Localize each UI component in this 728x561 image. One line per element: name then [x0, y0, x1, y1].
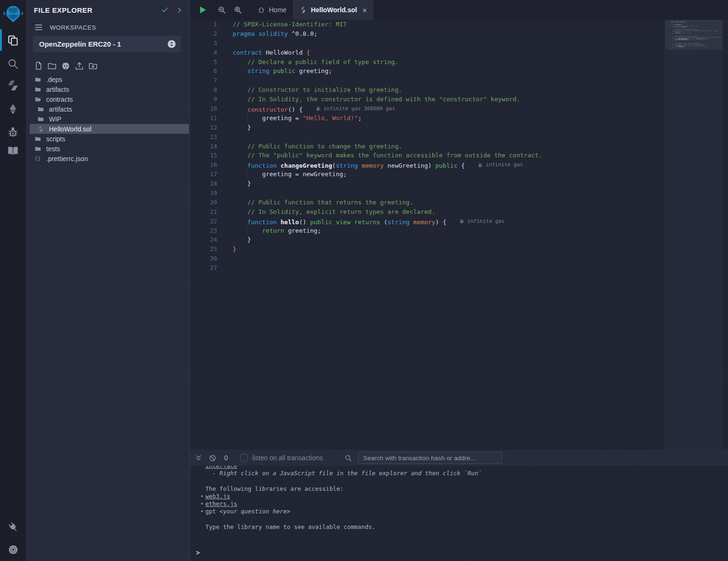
tree-item--deps[interactable]: .deps	[26, 74, 189, 84]
line-number: 5	[190, 57, 217, 67]
clear-console-icon[interactable]	[209, 454, 217, 462]
rail-item-settings[interactable]	[0, 544, 26, 556]
upload-file-icon[interactable]	[74, 61, 84, 71]
rail-item-learn[interactable]	[0, 144, 26, 157]
code-text: string public greeting;	[233, 66, 332, 76]
tree-item-scripts[interactable]: scripts	[26, 134, 189, 144]
terminal-prompt[interactable]: >	[196, 549, 200, 556]
code-editor[interactable]: 1// SPDX-License-Identifier: MIT2pragma …	[190, 20, 728, 450]
workspace-select[interactable]: OpenZeppelin ERC20 - 1	[33, 36, 181, 52]
tree-item-wip[interactable]: WIP	[26, 114, 189, 124]
folder-icon	[37, 115, 44, 122]
line-number: 8	[190, 85, 217, 95]
rail-item-plugin-manager[interactable]	[0, 521, 26, 533]
code-line[interactable]: 6 string public greeting;	[190, 66, 665, 76]
rail-item-remix-logo[interactable]	[0, 4, 26, 24]
code-text: // SPDX-License-Identifier: MIT	[233, 20, 347, 29]
code-line[interactable]: 21 // In Solidity, explicit return types…	[190, 207, 665, 217]
terminal-line: Type the library name to see available c…	[205, 523, 728, 531]
folder-icon	[34, 76, 41, 83]
listen-transactions-checkbox[interactable]	[240, 454, 248, 462]
code-line[interactable]: 9 // In Solidity, the constructor is def…	[190, 95, 665, 104]
code-line[interactable]: 8 // Constructor to initialize the greet…	[190, 85, 665, 95]
tree-item--prettierrc-json[interactable]: {}.prettierrc.json	[26, 154, 189, 163]
code-line[interactable]: 18 }	[190, 179, 665, 188]
hamburger-menu-icon[interactable]	[34, 23, 43, 32]
tab-home[interactable]: Home	[251, 0, 293, 20]
code-line[interactable]: 19	[190, 188, 665, 198]
new-folder-icon[interactable]	[47, 61, 57, 71]
code-line[interactable]: 13	[190, 132, 665, 142]
tree-item-tests[interactable]: tests	[26, 144, 189, 154]
terminal-output: interface - Right click on a JavaScript …	[190, 466, 728, 561]
terminal-line: •web3.js	[205, 493, 728, 500]
terminal-line: interface	[205, 466, 728, 470]
terminal-line: The following libraries are accessible:	[205, 485, 728, 493]
code-line[interactable]: 25}	[190, 244, 665, 254]
code-line[interactable]: 7	[190, 76, 665, 85]
bullet: •	[200, 500, 205, 508]
line-number: 4	[190, 48, 217, 57]
terminal-link[interactable]: interface	[205, 466, 237, 469]
code-line[interactable]: 23 return greeting;	[190, 226, 665, 236]
transaction-search-input[interactable]	[358, 452, 502, 464]
code-line[interactable]: 15 // The "public" keyword makes the fun…	[190, 151, 665, 160]
editor-scrollbar[interactable]	[722, 20, 728, 450]
code-line[interactable]: 14 // Public function to change the gree…	[190, 142, 665, 151]
tree-item-label: artifacts	[46, 86, 69, 93]
tree-item-helloworld-sol[interactable]: HelloWorld.sol	[26, 124, 189, 134]
new-file-icon[interactable]	[33, 61, 43, 71]
tree-item-contracts[interactable]: contracts	[26, 94, 189, 104]
minimap[interactable]: // SPDX-License-Identifier: MITpragma so…	[665, 20, 722, 450]
tree-item-label: HelloWorld.sol	[49, 125, 91, 133]
tree-item-artifacts[interactable]: artifacts	[26, 84, 189, 94]
code-line[interactable]: 3	[190, 39, 665, 48]
code-line[interactable]: 27	[190, 263, 665, 273]
chevron-right-icon[interactable]	[176, 7, 183, 14]
gas-estimate-hint: infinite gas	[478, 160, 523, 170]
check-icon[interactable]	[161, 6, 169, 14]
rail-item-search[interactable]	[0, 57, 26, 70]
github-icon[interactable]	[61, 61, 71, 71]
bullet: •	[200, 493, 205, 500]
code-text: }	[233, 179, 251, 188]
tree-item-label: scripts	[46, 135, 65, 143]
code-text: // The "public" keyword makes the functi…	[233, 151, 542, 160]
code-line[interactable]: 4contract HelloWorld {	[190, 48, 665, 57]
code-line[interactable]: 22 function hello() public view returns …	[190, 217, 665, 226]
code-line[interactable]: 17 greeting = newGreeting;	[190, 170, 665, 179]
upload-folder-icon[interactable]	[88, 61, 98, 71]
folder-icon	[34, 135, 41, 142]
tree-item-artifacts[interactable]: artifacts	[26, 104, 189, 114]
line-number: 17	[190, 170, 217, 179]
terminal-line	[205, 477, 728, 485]
rail-item-deploy-run[interactable]	[0, 103, 26, 115]
code-line[interactable]: 16 function changeGreeting(string memory…	[190, 160, 665, 170]
close-icon[interactable]: ×	[363, 7, 367, 14]
terminal-link[interactable]: web3.js	[205, 493, 230, 500]
code-line[interactable]: 12 }	[190, 123, 665, 132]
code-line[interactable]: 20 // Public function that returns the g…	[190, 198, 665, 207]
folder-open-icon	[34, 96, 41, 103]
code-text: greeting = "Hello, World!";	[233, 114, 362, 123]
code-line[interactable]: 5 // Declare a public field of type stri…	[190, 57, 665, 67]
tab-helloworld-sol[interactable]: HelloWorld.sol×	[293, 0, 373, 20]
code-line[interactable]: 11 greeting = "Hello, World!";	[190, 114, 665, 123]
rail-item-file-explorer[interactable]	[0, 34, 26, 47]
code-line[interactable]: 24 }	[190, 235, 665, 244]
code-line[interactable]: 10 constructor() {infinite gas 368600 ga…	[190, 104, 665, 114]
code-text: pragma solidity ^0.8.0;	[233, 29, 317, 39]
terminal-link[interactable]: ethers.js	[205, 500, 237, 507]
code-line[interactable]: 1// SPDX-License-Identifier: MIT	[190, 20, 665, 29]
run-button[interactable]	[197, 5, 208, 15]
code-line[interactable]: 26	[190, 254, 665, 263]
code-text: // Public function to change the greetin…	[233, 142, 402, 151]
tab-label: Home	[269, 6, 286, 14]
zoom-out-icon[interactable]	[217, 5, 226, 15]
listen-transactions-label[interactable]: listen on all transactions	[252, 454, 323, 462]
rail-item-solidity-compiler[interactable]	[0, 79, 26, 92]
chevron-double-down-icon[interactable]	[194, 454, 202, 462]
rail-item-debugger[interactable]	[0, 125, 26, 138]
code-line[interactable]: 2pragma solidity ^0.8.0;	[190, 29, 665, 39]
zoom-in-icon[interactable]	[233, 5, 243, 15]
